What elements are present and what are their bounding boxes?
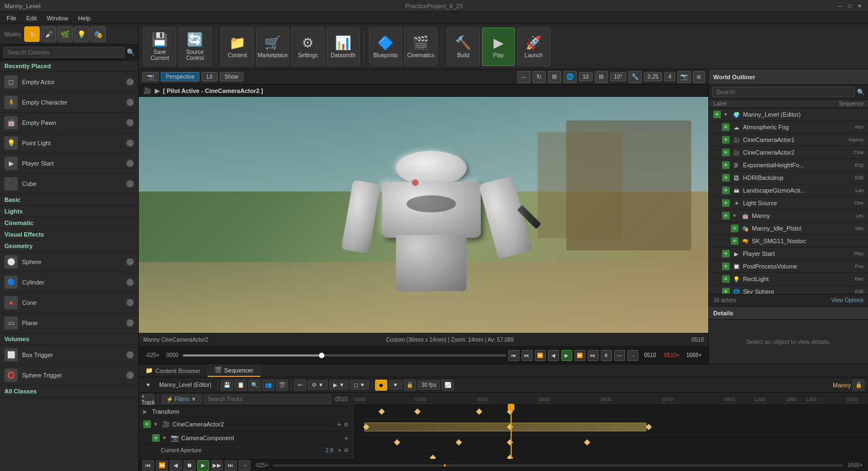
play-button[interactable]: ▶ Play xyxy=(482,28,515,66)
show-btn[interactable]: Show xyxy=(220,72,243,81)
tab-content-browser[interactable]: 📁 Content Browser xyxy=(139,364,208,377)
seq-chart-btn[interactable]: 📈 xyxy=(442,380,454,391)
track-row-transform[interactable]: ▶ Transform xyxy=(139,406,353,418)
keyframe[interactable] xyxy=(394,439,400,445)
tracks-search-input[interactable] xyxy=(204,395,331,404)
aperture-add-btn[interactable]: + xyxy=(338,447,341,454)
outliner-item[interactable]: 👁 ▶ Player Start Play xyxy=(709,248,868,260)
sphere-trigger-info-btn[interactable]: ⓘ xyxy=(126,371,134,379)
translate-btn[interactable]: ↔ xyxy=(517,71,530,83)
list-item[interactable]: 🔵 Cylinder ⓘ xyxy=(0,272,138,293)
outliner-search-input[interactable] xyxy=(712,87,855,97)
plane-info-btn[interactable]: ⓘ xyxy=(126,319,134,327)
list-item[interactable]: ⬛ Cube ⓘ xyxy=(0,174,138,194)
seq-snap-btn[interactable]: 🔒 xyxy=(404,380,416,391)
seq-lock-btn[interactable]: 🔒 xyxy=(853,380,865,391)
outliner-item[interactable]: 👁 🎭 Manny_Idle_Pistol Ske xyxy=(709,222,868,235)
outliner-item[interactable]: 👁 ☀ Light Source Dire xyxy=(709,197,868,210)
content-button[interactable]: 📁 Content xyxy=(221,28,254,66)
viewport-canvas[interactable] xyxy=(139,97,708,333)
expand-manny[interactable]: ▼ xyxy=(732,213,739,218)
save-current-button[interactable]: 💾 Save Current xyxy=(143,28,176,66)
list-item[interactable]: ▶ Player Start ⓘ xyxy=(0,154,138,174)
expand-manny-level[interactable]: ▼ xyxy=(723,112,730,117)
minimize-btn[interactable]: ─ xyxy=(836,2,844,10)
scale-btn[interactable]: ⊞ xyxy=(548,71,561,83)
grid-toggle-btn[interactable]: ⊞ xyxy=(693,71,705,83)
vis-light[interactable]: 👁 xyxy=(722,199,730,207)
vis-cine2[interactable]: 👁 xyxy=(722,149,730,156)
outliner-item[interactable]: 👁 🎥 CineCameraActor2 Cine xyxy=(709,146,868,159)
list-item[interactable]: ▭ Plane ⓘ xyxy=(0,313,138,333)
timeline-camera-bar[interactable] xyxy=(364,423,647,431)
filters-btn[interactable]: ⚡ Filters ▼ xyxy=(161,395,202,404)
cone-info-btn[interactable]: ⓘ xyxy=(126,299,134,306)
vis-cine1[interactable]: 👁 xyxy=(722,136,730,144)
track-row-aperture[interactable]: Current Aperture 2.8 + ⚙ xyxy=(139,445,353,456)
track-row-camera-component[interactable]: 👁 ▼ 📷 CameraComponent + xyxy=(139,431,353,445)
category-basic[interactable]: Basic xyxy=(0,194,138,206)
vis-rect-light[interactable]: 👁 xyxy=(722,275,730,283)
outliner-item[interactable]: 👁 🌐 Sky Sphere Edit xyxy=(709,286,868,294)
cam-comp-expand[interactable]: ▼ xyxy=(162,435,169,441)
keyframe[interactable] xyxy=(455,439,462,445)
search-icon[interactable]: 🔍 xyxy=(127,48,135,56)
outliner-item[interactable]: 👁 🖼 HDRIBackdrop Edit xyxy=(709,172,868,184)
keyframe[interactable] xyxy=(646,424,652,430)
category-volumes[interactable]: Volumes xyxy=(0,333,138,345)
timeline-thumb[interactable] xyxy=(319,353,324,358)
cylinder-info-btn[interactable]: ⓘ xyxy=(126,278,134,286)
bt-next-frame[interactable]: ▶▶ xyxy=(211,460,223,471)
list-item[interactable]: ⚪ Sphere ⓘ xyxy=(0,252,138,272)
cube-info-btn[interactable]: ⓘ xyxy=(126,180,134,188)
list-item[interactable]: ⬜ Box Trigger ⓘ xyxy=(0,345,138,365)
category-all-classes[interactable]: All Classes xyxy=(0,386,138,397)
timeline-area[interactable]: 0000 0150 0300 0450 0600 0750 0900 1050 … xyxy=(354,393,868,459)
bt-arrow[interactable]: → xyxy=(238,460,251,471)
bt-timeline[interactable] xyxy=(273,464,843,467)
category-cinematic[interactable]: Cinematic xyxy=(0,217,138,229)
outliner-item[interactable]: 👁 🔫 SK_SMG11_Nostoc xyxy=(709,235,868,248)
transport-prev-key-btn[interactable]: ⏭ xyxy=(522,350,533,361)
seq-find-btn[interactable]: 🔍 xyxy=(248,380,261,391)
list-item[interactable]: ⭕ Sphere Trigger ⓘ xyxy=(0,365,138,386)
vis-player-start[interactable]: 👁 xyxy=(722,250,730,258)
outliner-item[interactable]: 👁 🔲 PostProcessVolume Pos xyxy=(709,260,868,273)
keyframe[interactable] xyxy=(414,408,420,414)
snap-grid-btn[interactable]: ⊞ xyxy=(595,71,608,83)
seq-key-type-btn[interactable]: ▼ xyxy=(389,380,402,390)
vis-hdr[interactable]: 👁 xyxy=(722,174,730,182)
seq-record-btn[interactable]: ⚙ ▼ xyxy=(308,380,328,390)
bt-prev-frame[interactable]: ◀ xyxy=(170,460,182,471)
empty-character-info-btn[interactable]: ⓘ xyxy=(126,98,134,106)
vis-smg[interactable]: 👁 xyxy=(731,237,739,245)
perspective-btn[interactable]: Perspective xyxy=(161,72,199,81)
player-start-info-btn[interactable]: ⓘ xyxy=(126,160,134,167)
keyframe[interactable] xyxy=(476,408,482,414)
transport-next-key-btn[interactable]: ⏭ xyxy=(588,350,599,361)
outliner-item[interactable]: 👁 ▼ 🌍 Manny_Level (Editor) xyxy=(709,108,868,121)
list-item[interactable]: 🔺 Cone ⓘ xyxy=(0,293,138,313)
transport-record-btn[interactable]: — xyxy=(614,350,625,361)
camera-add-btn[interactable]: + xyxy=(337,420,341,429)
outliner-item[interactable]: 👁 🏔 LandscapeGizmoActi... Lan xyxy=(709,184,868,197)
keyframe[interactable] xyxy=(430,454,436,459)
seq-key-btn[interactable]: ◆ xyxy=(375,380,387,391)
outliner-item[interactable]: 👁 🌫 ExponentialHeightFo... Exp xyxy=(709,159,868,172)
seq-save-btn[interactable]: 💾 xyxy=(221,380,233,391)
mode-select-btn[interactable]: 🖱 xyxy=(24,26,40,42)
transport-fwd-btn[interactable]: ⏩ xyxy=(574,350,585,361)
settings-button[interactable]: ⚙ Settings xyxy=(291,28,324,66)
category-visual-effects[interactable]: Visual Effects xyxy=(0,229,138,240)
empty-pawn-info-btn[interactable]: ⓘ xyxy=(126,119,134,127)
sphere-info-btn[interactable]: ⓘ xyxy=(126,258,134,266)
lit-btn[interactable]: Lit xyxy=(202,72,218,81)
vis-manny[interactable]: 👁 xyxy=(722,212,730,220)
seq-loop-btn[interactable]: ◻ ▼ xyxy=(350,380,369,390)
outliner-search-icon[interactable]: 🔍 xyxy=(857,89,865,96)
transport-prev-frame-btn[interactable]: ⏪ xyxy=(535,350,546,361)
transport-arrow-btn[interactable]: → xyxy=(627,350,638,361)
blueprints-button[interactable]: 🔷 Blueprints xyxy=(369,28,402,66)
bt-play[interactable]: ▶ xyxy=(197,460,209,471)
vis-atm-fog[interactable]: 👁 xyxy=(722,123,730,131)
